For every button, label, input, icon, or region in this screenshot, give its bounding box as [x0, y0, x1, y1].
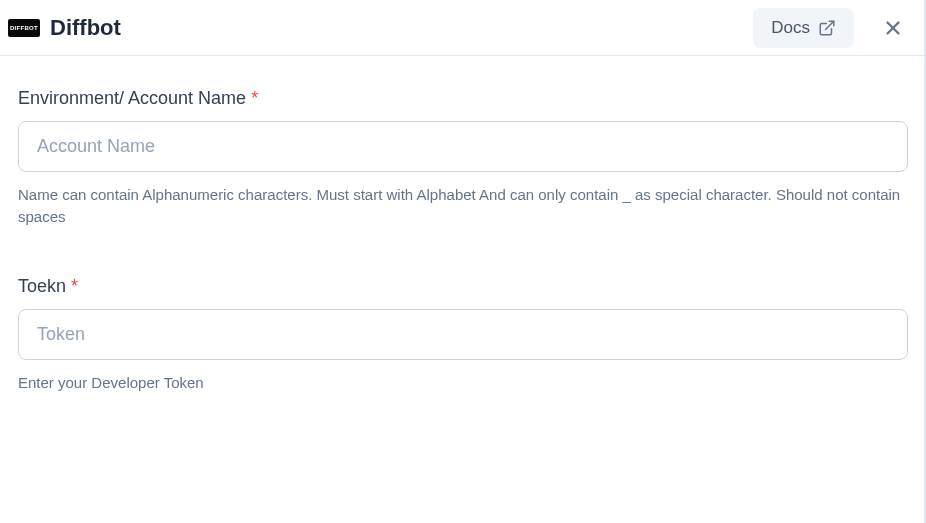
required-mark: * [251, 88, 258, 108]
svg-line-0 [826, 21, 834, 29]
account-name-label-text: Environment/ Account Name [18, 88, 246, 108]
account-name-group: Environment/ Account Name * Name can con… [18, 88, 908, 228]
logo-text: DIFFBOT [10, 25, 38, 31]
token-help: Enter your Developer Token [18, 372, 908, 394]
token-group: Toekn * Enter your Developer Token [18, 276, 908, 394]
account-name-help: Name can contain Alphanumeric characters… [18, 184, 908, 228]
dialog-header: DIFFBOT Diffbot Docs [0, 0, 926, 56]
page-title: Diffbot [50, 15, 121, 41]
diffbot-logo: DIFFBOT [8, 19, 40, 37]
account-name-label: Environment/ Account Name * [18, 88, 908, 109]
docs-button[interactable]: Docs [753, 8, 854, 48]
token-label: Toekn * [18, 276, 908, 297]
header-right: Docs [753, 8, 908, 48]
token-label-text: Toekn [18, 276, 66, 296]
close-icon [882, 17, 904, 39]
header-left: DIFFBOT Diffbot [8, 15, 121, 41]
account-name-input[interactable] [18, 121, 908, 172]
close-button[interactable] [878, 13, 908, 43]
form-container: Environment/ Account Name * Name can con… [0, 56, 926, 459]
token-input[interactable] [18, 309, 908, 360]
docs-button-label: Docs [771, 18, 810, 38]
required-mark: * [71, 276, 78, 296]
external-link-icon [818, 19, 836, 37]
